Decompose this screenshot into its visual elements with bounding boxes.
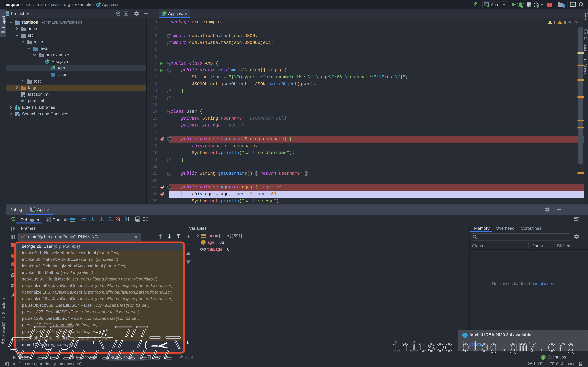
- svg-text:App: App: [491, 2, 498, 7]
- svg-text:1: 1: [542, 356, 544, 359]
- svg-text:6: 6: [564, 20, 566, 25]
- svg-text:1: 1: [553, 20, 555, 25]
